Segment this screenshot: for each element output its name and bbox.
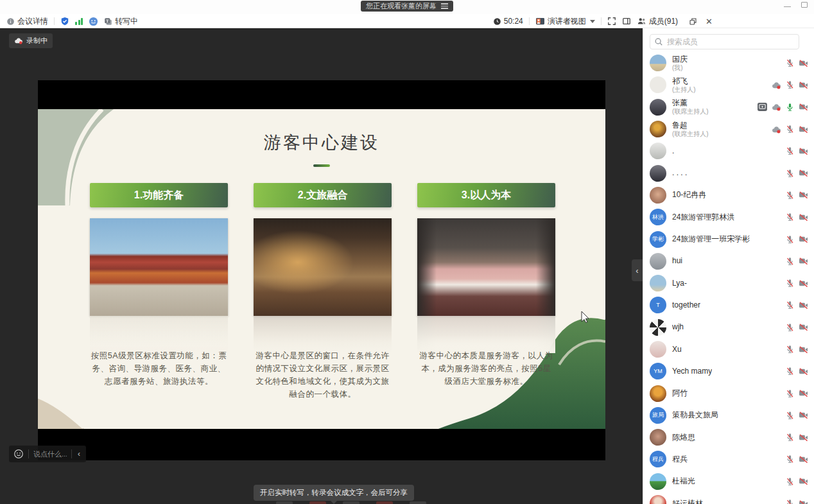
- maximize-button[interactable]: [801, 2, 808, 8]
- camera-off-icon: [799, 301, 808, 309]
- member-row[interactable]: 杜福光: [643, 471, 814, 492]
- mic-off-icon: [786, 125, 794, 134]
- members-button[interactable]: 成员(91): [637, 16, 678, 27]
- member-row[interactable]: 学彬 24旅游管理一班宋学彬: [643, 228, 814, 250]
- member-avatar: 程兵: [650, 451, 666, 467]
- slide-column: 1.功能齐备 按照5A级景区标准设置功能，如：票务、咨询、导游服务、医务、商业、…: [90, 183, 228, 401]
- member-row[interactable]: T together: [643, 294, 814, 316]
- slide-corner-decoration-bottomleft: [38, 389, 84, 429]
- camera-off-icon: [799, 147, 808, 155]
- column-header: 3.以人为本: [417, 183, 555, 207]
- member-row[interactable]: 鲁超 (联席主持人): [643, 118, 814, 140]
- fullscreen-button[interactable]: [607, 17, 616, 26]
- mic-off-icon: [786, 191, 794, 200]
- divider: [601, 17, 602, 25]
- view-mode-dropdown[interactable]: 演讲者视图: [535, 16, 595, 27]
- member-name: Lya-: [672, 279, 687, 288]
- member-row[interactable]: Lya-: [643, 272, 814, 294]
- member-name: 陈烙思: [672, 433, 695, 442]
- member-role: (联席主持人): [672, 130, 709, 137]
- slide-columns: 1.功能齐备 按照5A级景区标准设置功能，如：票务、咨询、导游服务、医务、商业、…: [90, 183, 555, 401]
- member-row[interactable]: 国庆 (我): [643, 52, 814, 74]
- member-row[interactable]: 程兵 程兵: [643, 448, 814, 470]
- member-avatar: [650, 55, 666, 71]
- title-underline: [313, 164, 330, 167]
- meeting-app-button[interactable]: [89, 17, 98, 26]
- member-row[interactable]: YM Yech mamy: [643, 360, 814, 382]
- presentation-slide: 游客中心建设 1.功能齐备 按照5A级景区标准设置功能，如：票务、咨询、导游服务…: [38, 109, 605, 429]
- member-row[interactable]: wjh: [643, 317, 814, 338]
- meeting-app-window: 您正在观看张薰的屏幕 会议详情 转写: [0, 0, 814, 504]
- transcribing-status[interactable]: 转写中: [104, 16, 138, 27]
- member-row[interactable]: 旅局 策勒县文旅局: [643, 404, 814, 426]
- panel-popout-button[interactable]: [689, 17, 697, 26]
- banner-menu-icon[interactable]: [441, 2, 448, 10]
- chat-input[interactable]: [33, 450, 67, 458]
- transcription-tooltip: 开启实时转写，转录会议成文字，会后可分享: [254, 485, 414, 501]
- camera-off-icon: [799, 257, 808, 265]
- member-row[interactable]: 阿竹: [643, 382, 814, 404]
- network-quality-button[interactable]: [75, 17, 83, 25]
- meeting-app-icon: [89, 17, 98, 26]
- chat-quick-bar: ‹: [9, 446, 86, 462]
- member-avatar: [650, 76, 666, 93]
- emoji-icon[interactable]: [13, 449, 24, 459]
- minimize-button[interactable]: [784, 6, 791, 8]
- window-titlebar: 您正在观看张薰的屏幕: [0, 0, 814, 14]
- member-avatar: [650, 99, 666, 116]
- meeting-details-button[interactable]: 会议详情: [6, 16, 48, 27]
- timer-icon: [493, 17, 501, 26]
- layout-button[interactable]: [622, 17, 631, 26]
- chat-collapse-button[interactable]: ‹: [76, 450, 82, 458]
- member-row[interactable]: .: [643, 140, 814, 162]
- member-row[interactable]: 10-纪冉冉: [643, 184, 814, 206]
- slide-title: 游客中心建设: [38, 131, 605, 154]
- member-avatar: [650, 143, 666, 159]
- cloud-recording-icon: [772, 81, 781, 89]
- divider: [529, 17, 530, 25]
- member-role: (主持人): [672, 86, 696, 93]
- cloud-recording-icon: [14, 37, 23, 44]
- side-panel-layout-icon: [622, 17, 631, 26]
- shared-screen-stage: 录制中 游客中心建设: [0, 28, 643, 504]
- member-row[interactable]: 好运椿林: [643, 492, 814, 504]
- member-row[interactable]: hui: [643, 250, 814, 272]
- signal-bars-icon: [75, 17, 83, 25]
- panel-collapse-handle[interactable]: ‹: [632, 259, 643, 281]
- watching-screen-text: 您正在观看张薰的屏幕: [366, 1, 437, 11]
- mic-off-icon: [786, 367, 794, 376]
- member-row[interactable]: 祁飞 (主持人): [643, 74, 814, 96]
- member-avatar: T: [650, 297, 666, 313]
- control-dock-peek: [276, 501, 426, 504]
- photo-reflection: [417, 316, 555, 353]
- mic-off-icon: [786, 411, 794, 420]
- member-row[interactable]: 陈烙思: [643, 426, 814, 448]
- member-row[interactable]: 林洪 24旅游管理郭林洪: [643, 206, 814, 228]
- member-role: (我): [672, 64, 688, 71]
- photo-visitor-center-exterior: [90, 218, 228, 316]
- search-members-input[interactable]: [650, 34, 799, 49]
- member-avatar: 旅局: [650, 407, 666, 424]
- panel-close-button[interactable]: ✕: [706, 17, 713, 26]
- mic-off-icon: [786, 235, 794, 244]
- info-icon: [6, 17, 15, 26]
- member-row[interactable]: Xu: [643, 338, 814, 360]
- security-shield-button[interactable]: [60, 17, 69, 26]
- members-panel: 国庆 (我): [643, 28, 814, 504]
- camera-off-icon: [799, 81, 808, 89]
- member-row[interactable]: 张薰 (联席主持人): [643, 96, 814, 118]
- member-row[interactable]: . . . .: [643, 162, 814, 184]
- mic-off-icon: [786, 58, 794, 67]
- members-count-label: 成员(91): [649, 16, 678, 27]
- mic-off-icon: [786, 323, 794, 332]
- transcribing-label: 转写中: [115, 16, 138, 27]
- member-name: 张薰: [672, 99, 709, 107]
- member-name: 24旅游管理一班宋学彬: [672, 235, 750, 243]
- fullscreen-icon: [607, 17, 616, 26]
- member-avatar: [650, 275, 666, 291]
- camera-off-icon: [799, 389, 808, 397]
- camera-off-icon: [799, 235, 808, 243]
- recording-badge[interactable]: 录制中: [9, 33, 53, 48]
- member-name: 杜福光: [672, 477, 695, 485]
- watching-screen-banner: 您正在观看张薰的屏幕: [361, 1, 453, 12]
